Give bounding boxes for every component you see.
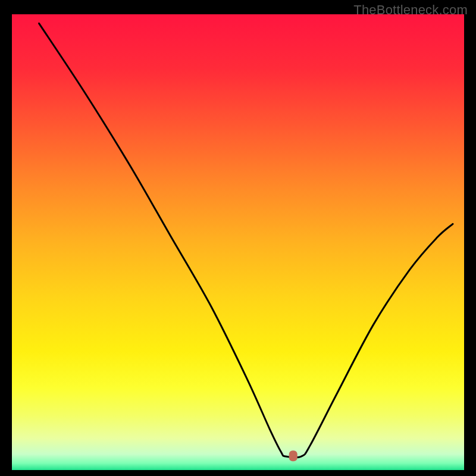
bottleneck-chart [0, 0, 476, 476]
optimal-marker [289, 450, 298, 461]
chart-container: TheBottleneck.com [0, 0, 476, 476]
plot-background [12, 14, 464, 470]
watermark-text: TheBottleneck.com [353, 2, 468, 18]
